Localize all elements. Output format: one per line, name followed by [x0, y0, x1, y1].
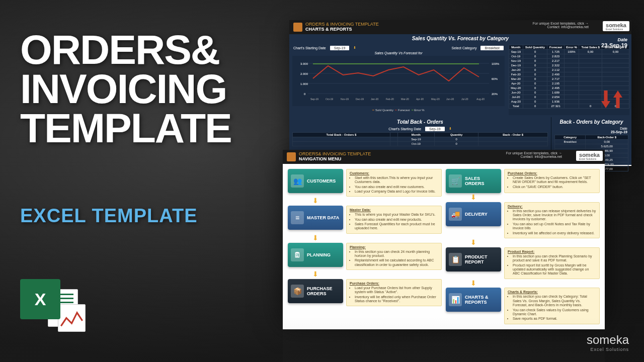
flow-arrow-icon: ⬇	[310, 236, 320, 241]
box-icon	[293, 23, 302, 32]
nav-description: Product Report:In this section you can c…	[504, 247, 600, 279]
nav-icon: 🗓	[291, 248, 304, 261]
nav-icon: 📦	[291, 285, 304, 298]
svg-text:2.000: 2.000	[300, 72, 308, 75]
nav-header-t2: NAVIGATION MENU	[299, 157, 371, 162]
title-line2: INVOICING	[20, 69, 231, 109]
nav-description: Planning:In this section you can check 2…	[346, 243, 442, 270]
reflection	[283, 317, 605, 362]
svg-text:0: 0	[304, 93, 306, 96]
chart-title: Sales Quantity Vs. Forecast by Category	[289, 34, 631, 43]
chart-legend: ━ Sold Quantity ━ Forecast ━ Error %	[291, 107, 506, 113]
navigation-panel: ORDERS& INVOICING TEMPLATE NAVIGATION ME…	[283, 150, 605, 316]
arrow-up-icon	[613, 90, 622, 108]
svg-text:May-20: May-20	[431, 98, 440, 101]
nav-button-delivery[interactable]: 🚚DELIVERY	[446, 202, 501, 226]
hero-subtitle: EXCEL TEMPLATE	[20, 205, 198, 227]
bo-start-input[interactable]: Sep-19	[425, 127, 445, 131]
svg-text:Jul-20: Jul-20	[461, 98, 468, 101]
nav-icon: ≡	[291, 211, 304, 224]
chart-subtitle: Sales Quantity Vs Forecast for	[291, 51, 506, 55]
nav-button-planning[interactable]: 🗓PLANNING	[288, 243, 343, 267]
svg-text:100%: 100%	[492, 62, 500, 65]
svg-text:1.000: 1.000	[300, 82, 308, 85]
charts-header: ORDERS & INVOICING TEMPLATE CHARTS & REP…	[289, 20, 631, 34]
svg-text:3.000: 3.000	[300, 62, 308, 65]
excel-icon: X	[20, 279, 86, 339]
nav-description: Master Data:This is where you input your…	[346, 206, 442, 234]
nav-description: Purchase Orders:Create Sales Orders by C…	[504, 169, 600, 193]
start-date-input[interactable]: Sep-19	[330, 46, 350, 50]
flow-arrow-icon: ⬇	[468, 195, 478, 200]
bo-start-label: Chart's Starting Date	[388, 127, 421, 131]
nav-button-sales-orders[interactable]: 🛒SALES ORDERS	[446, 169, 501, 193]
date-box: Date 23-Sep-19	[601, 37, 627, 48]
arrow-down-icon	[601, 90, 610, 108]
charts-link[interactable]: For unique Excel templates, click → Cont…	[533, 22, 589, 29]
nav-button-charts-&-reports[interactable]: 📊CHARTS & REPORTS	[446, 288, 501, 312]
svg-text:Feb-20: Feb-20	[386, 98, 394, 101]
nav-icon: 👥	[291, 174, 304, 188]
back-orders-table: Total Back - Orders $MonthQuantityBack -…	[292, 132, 548, 146]
nav-description: Purchase Orders:Load your Purchase Order…	[346, 279, 442, 307]
svg-text:Sep-19: Sep-19	[310, 98, 318, 101]
nav-icon: 🚚	[449, 208, 462, 221]
bo-cat-title: Back - Orders by Category	[554, 118, 628, 126]
back-orders-title: Total Back - Orders	[292, 118, 548, 126]
svg-text:Oct-19: Oct-19	[326, 98, 333, 101]
flow-arrow-icon: ⬇	[310, 272, 320, 277]
category-label: Select Category	[452, 46, 477, 50]
nav-icon: 📊	[449, 293, 462, 306]
nav-description: Customers:Start with this section.This i…	[346, 169, 442, 197]
svg-text:Mar-20: Mar-20	[401, 98, 409, 101]
hero-title: ORDERS& INVOICING TEMPLATE	[20, 30, 231, 148]
svg-text:Apr-20: Apr-20	[416, 98, 424, 101]
start-date-label: Chart's Starting Date	[293, 46, 326, 50]
nav-icon: 📋	[449, 253, 462, 266]
title-line3: TEMPLATE	[20, 109, 231, 148]
nav-button-customers[interactable]: 👥CUSTOMERS	[288, 169, 343, 193]
flow-arrow-icon: ⬇	[468, 281, 478, 286]
nav-button-master-data[interactable]: ≡MASTER DATA	[288, 206, 343, 230]
svg-text:Dec-19: Dec-19	[356, 98, 364, 101]
category-select[interactable]: Breakfast	[480, 46, 504, 50]
nav-button-purchase-orders[interactable]: 📦PURCHASE ORDERS	[288, 279, 343, 303]
svg-text:60%: 60%	[492, 77, 498, 80]
svg-text:Nov-19: Nov-19	[341, 98, 349, 101]
nav-icon: 🛒	[449, 174, 462, 188]
chart-area: 3.000 2.000 1.000 0 100% 60% 20% Sep-19O…	[292, 56, 505, 106]
svg-text:Jan-20: Jan-20	[371, 98, 379, 101]
someka-badge: somekaExcel Solutions	[576, 151, 603, 161]
nav-link[interactable]: For unique Excel templates, click → Cont…	[506, 151, 562, 158]
svg-text:Jun-20: Jun-20	[446, 98, 454, 101]
flow-arrow-icon: ⬇	[468, 240, 478, 245]
charts-header-t2: CHARTS & REPORTS	[305, 27, 379, 32]
title-line1: ORDERS&	[20, 30, 231, 69]
brand-logo: someka Excel Solutions	[587, 333, 629, 352]
svg-text:20%: 20%	[492, 93, 498, 96]
nav-description: Delivery:In this section you can release…	[504, 202, 600, 238]
svg-text:Aug-20: Aug-20	[476, 98, 485, 101]
charts-panel: ORDERS & INVOICING TEMPLATE CHARTS & REP…	[289, 20, 631, 166]
box-icon	[287, 152, 296, 161]
someka-badge: somekaExcel Solutions	[603, 21, 629, 31]
trend-arrows	[601, 90, 622, 108]
nav-header: ORDERS& INVOICING TEMPLATE NAVIGATION ME…	[283, 150, 605, 164]
flow-arrow-icon: ⬇	[310, 199, 320, 204]
nav-button-product-report[interactable]: 📋PRODUCT REPORT	[446, 247, 501, 272]
